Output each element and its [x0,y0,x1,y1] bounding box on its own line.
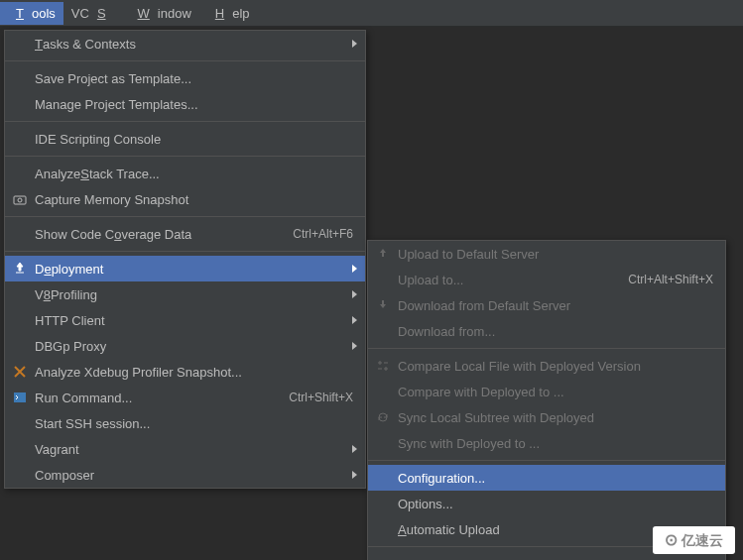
sync-local: Sync Local Subtree with Deployed [368,404,725,430]
svg-point-1 [18,198,22,202]
upload-to: Upload to...Ctrl+Alt+Shift+X [368,267,725,292]
capture-memory-snapshot[interactable]: Capture Memory Snapshot [5,186,365,212]
compare-icon [376,359,390,373]
capture-memory-label: Capture Memory Snapshot [35,192,188,207]
separator [368,348,725,349]
menu-vcs[interactable]: VCS [63,2,122,25]
menu-window[interactable]: Window [122,2,199,25]
xdebug-label: Analyze Xdebug Profiler Snapshot... [35,365,242,380]
chevron-right-icon [352,290,357,298]
chevron-right-icon [352,316,357,324]
compare-local-label: Compare Local File with Deployed Version [398,359,641,374]
watermark-logo: ⊙ 亿速云 [653,526,735,554]
vagrant[interactable]: Vagrant [5,436,365,462]
chevron-right-icon [352,40,357,48]
deployment-submenu: Upload to Default Server Upload to...Ctr… [367,240,726,560]
sync-icon [376,410,390,424]
start-ssh-session[interactable]: Start SSH session... [5,410,365,436]
download-from: Download from... [368,318,725,344]
upload-default: Upload to Default Server [368,241,725,267]
http-client[interactable]: HTTP Client [5,307,365,333]
upload-to-label: Upload to... [398,273,464,287]
menubar: Tools VCS Window Help [0,0,743,27]
upload-default-label: Upload to Default Server [398,247,539,262]
svg-rect-2 [14,392,26,402]
shortcut: Ctrl+Alt+Shift+X [628,273,713,286]
manage-project-templates[interactable]: Manage Project Templates... [5,91,365,117]
compare-with: Compare with Deployed to ... [368,379,725,404]
terminal-icon [13,391,27,404]
download-default: Download from Default Server [368,292,725,318]
deploy-icon [13,262,27,276]
upload-icon [376,247,390,261]
v8-profiling[interactable]: V8 Profiling [5,281,365,307]
chevron-right-icon [352,445,357,453]
chevron-right-icon [352,265,357,273]
separator [5,156,365,157]
shortcut: Ctrl+Shift+X [289,391,353,404]
tools-menu: Tasks & Contexts Save Project as Templat… [4,30,366,489]
download-default-label: Download from Default Server [398,298,570,313]
dbgp-proxy[interactable]: DBGp Proxy [5,333,365,359]
camera-icon [13,192,27,206]
analyze-xdebug[interactable]: Analyze Xdebug Profiler Snapshot... [5,359,365,385]
menu-help[interactable]: Help [199,2,258,25]
tasks-contexts[interactable]: Tasks & Contexts [5,31,365,56]
separator [5,216,365,217]
composer[interactable]: Composer [5,462,365,488]
separator [5,121,365,122]
analyze-stack-trace[interactable]: Analyze Stack Trace... [5,161,365,186]
options[interactable]: Options... [368,491,725,516]
deployment[interactable]: Deployment [5,256,365,281]
shortcut: Ctrl+Alt+F6 [293,227,353,241]
save-project-template[interactable]: Save Project as Template... [5,65,365,91]
download-icon [376,298,390,312]
sync-local-label: Sync Local Subtree with Deployed [398,410,594,425]
run-command[interactable]: Run Command...Ctrl+Shift+X [5,385,365,410]
chevron-right-icon [352,342,357,350]
separator [5,60,365,61]
compare-local: Compare Local File with Deployed Version [368,353,725,379]
separator [5,251,365,252]
separator [368,460,725,461]
svg-rect-0 [14,196,26,204]
configuration[interactable]: Configuration... [368,465,725,491]
ide-scripting-console[interactable]: IDE Scripting Console [5,126,365,152]
show-code-coverage[interactable]: Show Code Coverage DataCtrl+Alt+F6 [5,221,365,247]
run-command-label: Run Command... [35,391,132,405]
chevron-right-icon [352,471,357,479]
menu-tools[interactable]: Tools [0,2,63,25]
xdebug-icon [13,365,27,379]
sync-with: Sync with Deployed to ... [368,430,725,456]
